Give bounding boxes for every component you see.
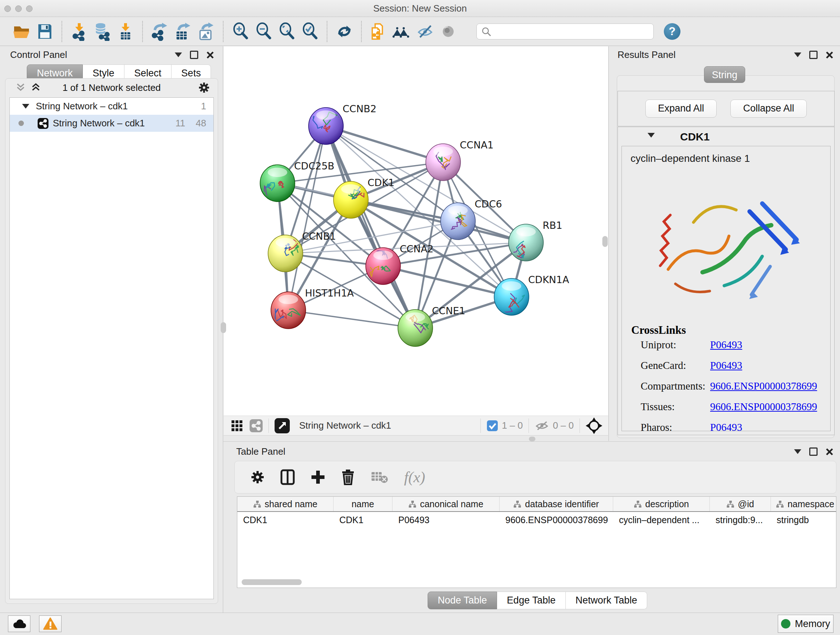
horizontal-splitter-handle[interactable] (529, 437, 535, 441)
collapse-all-button[interactable]: Collapse All (730, 100, 807, 118)
import-network-from-file-icon[interactable] (68, 21, 91, 42)
tab-string[interactable]: String (704, 66, 745, 83)
memory-button[interactable]: Memory (778, 615, 834, 633)
network-status-bar: 1 of 1 Network selected (5, 79, 218, 97)
crosslink-link[interactable]: P06493 (710, 359, 742, 371)
column-header-namespace[interactable]: namespace (771, 497, 836, 511)
search-field[interactable] (477, 24, 654, 40)
network-collection-row[interactable]: String Network – cdk1 1 (10, 98, 213, 115)
horizontal-scrollbar[interactable] (242, 579, 302, 585)
grid-mode-icon[interactable] (231, 420, 243, 432)
close-panel-icon[interactable] (206, 51, 214, 59)
table-row[interactable]: CDK1CDK1P064939606.ENSP00000378699cyclin… (237, 512, 836, 528)
birds-eye-view-icon[interactable] (586, 417, 602, 434)
float-panel-icon[interactable] (809, 448, 818, 456)
import-table-from-file-icon[interactable] (114, 21, 137, 42)
close-panel-icon[interactable] (826, 448, 834, 456)
network-node-CCNE1[interactable]: CCNE1 (398, 305, 465, 347)
table-cell[interactable]: stringdb:9... (710, 515, 771, 525)
panel-menu-icon[interactable] (794, 449, 801, 454)
function-builder-icon[interactable]: f(x) (404, 469, 425, 486)
toolbar-separator (361, 21, 362, 42)
warnings-button[interactable] (39, 616, 62, 632)
column-label: namespace (788, 499, 834, 509)
selected-items-checkbox-icon[interactable] (486, 420, 498, 432)
column-header-database-identifier[interactable]: database identifier (500, 497, 613, 511)
network-node-CDKN1A[interactable]: CDKN1A (494, 274, 569, 315)
crosslink-link[interactable]: 9606.ENSP00000378699 (710, 401, 817, 413)
tab-node-table[interactable]: Node Table (428, 592, 497, 609)
save-session-icon[interactable] (33, 21, 57, 42)
column-header-@id[interactable]: @id (710, 497, 771, 511)
first-neighbors-icon[interactable] (390, 21, 414, 42)
export-network-icon[interactable] (148, 21, 172, 42)
search-input[interactable] (477, 24, 654, 40)
network-node-HIST1H1A[interactable]: HIST1H1A (271, 287, 354, 329)
network-row[interactable]: String Network – cdk1 11 48 (10, 115, 213, 132)
table-cell[interactable]: 9606.ENSP00000378699 (500, 515, 613, 525)
float-panel-icon[interactable] (809, 51, 818, 59)
network-edge-HIST1H1A-CCNE1[interactable] (288, 310, 415, 328)
crosslink-label: GeneCard: (641, 359, 710, 371)
tab-network-table[interactable]: Network Table (566, 592, 647, 609)
column-header-name[interactable]: name (333, 497, 393, 511)
table-cell[interactable]: P06493 (393, 515, 500, 525)
hidden-items-eye-icon[interactable] (535, 420, 549, 432)
export-image-icon[interactable] (195, 21, 218, 42)
network-type-icon (38, 118, 49, 129)
network-node-RB1[interactable]: RB1 (508, 220, 562, 261)
network-label: String Network – cdk1 (53, 118, 145, 129)
delete-column-icon[interactable] (341, 469, 355, 485)
open-session-icon[interactable] (10, 21, 33, 42)
close-panel-icon[interactable] (826, 51, 834, 59)
add-column-icon[interactable] (311, 470, 325, 485)
network-node-CDK1[interactable]: CDK1 (333, 177, 395, 218)
table-cell[interactable]: stringdb (771, 515, 836, 525)
collection-expander-icon[interactable] (22, 104, 29, 109)
tab-edge-table[interactable]: Edge Table (497, 592, 566, 609)
panel-menu-icon[interactable] (175, 52, 182, 57)
column-header-description[interactable]: description (613, 497, 710, 511)
network-mode-icon[interactable] (249, 419, 263, 432)
table-options-gear-icon[interactable] (251, 470, 264, 484)
float-panel-icon[interactable] (190, 51, 198, 59)
table-cell[interactable]: cyclin–dependent ... (613, 515, 710, 525)
zoom-out-icon[interactable] (252, 21, 275, 42)
duplicate-page-icon[interactable] (367, 21, 390, 42)
node-label: HIST1H1A (305, 287, 354, 299)
zoom-selected-icon[interactable] (298, 21, 322, 42)
delete-table-icon[interactable] (371, 470, 388, 484)
zoom-fit-content-icon[interactable] (275, 21, 298, 42)
network-edge-CCNB2-CCNA1[interactable] (326, 126, 443, 162)
show-all-icon[interactable] (437, 21, 460, 42)
node-label: CDK1 (368, 177, 395, 188)
help-icon[interactable]: ? (664, 23, 681, 40)
crosslink-link[interactable]: P06493 (710, 339, 742, 351)
right-splitter-handle[interactable] (602, 236, 608, 247)
export-table-icon[interactable] (172, 21, 195, 42)
detach-view-icon[interactable] (275, 418, 290, 433)
section-expander-icon[interactable] (647, 133, 655, 138)
column-header-shared-name[interactable]: shared name (237, 497, 333, 511)
network-edge-CCNB2-HIST1H1A[interactable] (288, 126, 326, 310)
table-cell[interactable]: CDK1 (333, 515, 393, 525)
import-network-from-database-icon[interactable] (91, 21, 114, 42)
cloud-status-button[interactable] (8, 616, 30, 632)
left-splitter-handle[interactable] (221, 322, 226, 333)
apply-preferred-layout-icon[interactable] (333, 21, 356, 42)
hide-selected-icon[interactable] (414, 21, 437, 42)
network-view[interactable]: CCNB2CCNA1CDC25BCDK1CDC6RB1CCNB1CCNA2CDK… (224, 46, 608, 416)
crosslink-link[interactable]: P06493 (710, 421, 742, 431)
node-section-header[interactable]: CDK1 (618, 127, 834, 146)
network-options-gear-icon[interactable] (198, 82, 210, 93)
crosslink-label: Compartments: (641, 380, 710, 392)
network-node-CCNA1[interactable]: CCNA1 (426, 139, 494, 181)
panel-menu-icon[interactable] (794, 52, 801, 57)
expand-all-button[interactable]: Expand All (645, 100, 717, 118)
crosslink-link[interactable]: 9606.ENSP00000378699 (710, 380, 817, 392)
namespace-tree-icon (513, 500, 521, 508)
zoom-in-icon[interactable] (229, 21, 252, 42)
table-cell[interactable]: CDK1 (237, 515, 333, 525)
column-header-canonical-name[interactable]: canonical name (393, 497, 500, 511)
show-columns-icon[interactable] (280, 469, 295, 485)
